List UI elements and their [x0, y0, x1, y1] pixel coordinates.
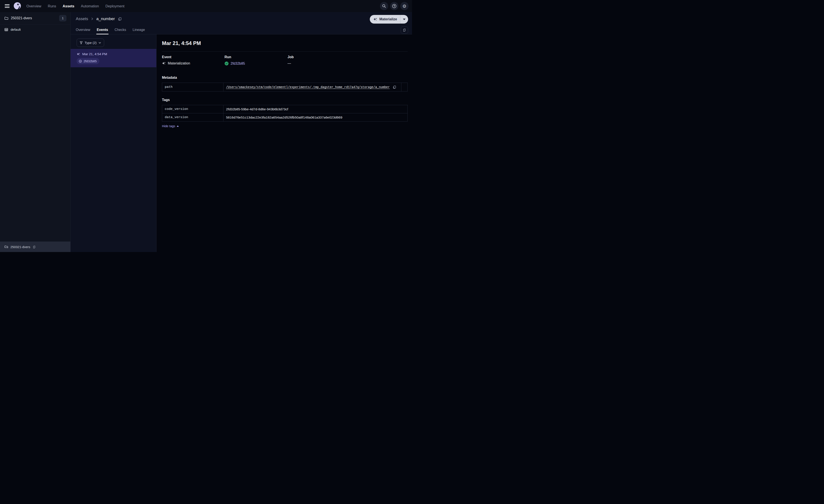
refresh-icon: [403, 28, 406, 32]
reload-icon[interactable]: [32, 245, 36, 249]
event-column: Event Materialization: [162, 55, 224, 66]
hamburger-menu-icon[interactable]: [5, 4, 9, 8]
materialize-split-button: Materialize: [370, 15, 408, 24]
sidebar-footer-label: 250321-dvers: [10, 245, 30, 249]
detail-divider: [162, 51, 408, 52]
tags-table: code_version 2fd32b85-59be-4d7d-8d6e-943…: [162, 105, 408, 122]
run-column: Run 2fd32b85: [224, 55, 288, 66]
tab-overview[interactable]: Overview: [76, 25, 90, 34]
materialize-sparkle-icon: [373, 17, 377, 21]
sidebar-item-default[interactable]: default: [0, 24, 70, 35]
tag-value-cell: 5816d76e51c13dac22e3fa182a654aa2d526fb50…: [223, 113, 407, 121]
event-item-run-pill[interactable]: 2fd32b85: [77, 58, 99, 64]
sidebar-item-label: default: [11, 28, 21, 31]
run-value: 2fd32b85: [224, 61, 288, 66]
breadcrumb-assets-link[interactable]: Assets: [76, 16, 88, 21]
materialization-sparkle-icon: [162, 61, 166, 65]
hide-tags-label: Hide tags: [162, 124, 175, 128]
sidebar-footer-code-location[interactable]: 250321-dvers: [0, 242, 70, 252]
nav-item-deployment[interactable]: Deployment: [105, 4, 124, 8]
sidebar-group-count-badge: 1: [59, 15, 67, 21]
dropdown-caret-icon: [403, 19, 406, 20]
copy-asset-name-button[interactable]: [118, 17, 122, 21]
hide-tags-link[interactable]: Hide tags: [162, 124, 179, 128]
metadata-key-cell: path: [162, 83, 223, 91]
chevron-down-icon: [98, 41, 101, 44]
materialize-button-label: Materialize: [379, 17, 397, 21]
asset-group-icon: [4, 28, 8, 31]
type-filter-button[interactable]: Type (2): [77, 38, 104, 47]
folder-icon: [4, 16, 8, 20]
job-value: —: [288, 61, 408, 65]
refresh-button[interactable]: [401, 26, 408, 34]
dagster-logo[interactable]: [13, 1, 22, 11]
event-item-run-row: 2fd32b85: [77, 58, 153, 64]
run-success-icon: [224, 61, 229, 66]
nav-item-runs[interactable]: Runs: [48, 4, 56, 8]
metadata-table-end-cell: [401, 83, 407, 91]
sidebar-group-row[interactable]: 250321-dvers 1: [0, 12, 70, 24]
page-header: Assets a_number Materialize Overview Eve…: [71, 12, 412, 34]
event-type-label: Materialization: [168, 61, 190, 65]
help-icon: [392, 4, 397, 8]
primary-nav: Overview Runs Assets Automation Deployme…: [26, 4, 124, 8]
nav-item-assets[interactable]: Assets: [63, 4, 74, 8]
nav-actions: ⚙: [380, 2, 409, 10]
search-icon: [382, 4, 386, 8]
tag-key-cell: code_version: [162, 105, 223, 113]
run-target-icon: [79, 59, 82, 63]
event-item-header: Mar 21, 4:54 PM: [77, 52, 153, 56]
asset-sidebar: 250321-dvers 1 default 250321-dvers: [0, 12, 71, 252]
materialize-button[interactable]: Materialize: [370, 15, 400, 24]
job-column: Job —: [288, 55, 408, 66]
tag-row-data-version: data_version 5816d76e51c13dac22e3fa182a6…: [162, 113, 407, 121]
event-detail-pane: Mar 21, 4:54 PM Event Materialization Ru…: [157, 34, 412, 252]
settings-button[interactable]: ⚙: [400, 2, 409, 10]
breadcrumb-chevron-icon: [91, 17, 94, 20]
copy-icon: [393, 85, 396, 89]
metadata-heading: Metadata: [162, 76, 408, 80]
run-id-link[interactable]: 2fd32b85: [230, 61, 245, 66]
materialization-sparkle-icon: [77, 52, 80, 56]
gear-icon: ⚙: [403, 4, 407, 8]
event-summary-columns: Event Materialization Run 2fd32b85 Job —: [162, 55, 408, 66]
asset-tabs: Overview Events Checks Lineage: [71, 25, 412, 34]
copy-path-button[interactable]: [393, 85, 396, 89]
filter-funnel-icon: [80, 41, 83, 44]
tag-key-cell: data_version: [162, 113, 223, 121]
nav-item-automation[interactable]: Automation: [81, 4, 99, 8]
events-list-panel: Type (2) Mar 21, 4:54 PM 2fd32b85: [71, 34, 157, 252]
tag-value-cell: 2fd32b85-59be-4d7d-8d6e-943b6b3d73cf: [223, 105, 407, 113]
caret-up-icon: [177, 125, 179, 127]
event-item-timestamp: Mar 21, 4:54 PM: [82, 52, 107, 56]
tab-events[interactable]: Events: [97, 25, 108, 34]
app-root: Overview Runs Assets Automation Deployme…: [0, 0, 412, 252]
search-button[interactable]: [380, 2, 388, 10]
event-detail-title: Mar 21, 4:54 PM: [162, 40, 408, 46]
tags-heading: Tags: [162, 98, 408, 102]
job-column-label: Job: [288, 55, 408, 59]
help-button[interactable]: [390, 2, 398, 10]
tab-checks[interactable]: Checks: [114, 25, 126, 34]
tab-lineage[interactable]: Lineage: [133, 25, 145, 34]
event-column-label: Event: [162, 55, 224, 59]
nav-item-overview[interactable]: Overview: [26, 4, 41, 8]
event-type-value: Materialization: [162, 61, 224, 65]
event-list-item-selected[interactable]: Mar 21, 4:54 PM 2fd32b85: [71, 49, 156, 67]
folder-icon: [4, 245, 8, 249]
copy-icon: [118, 17, 122, 21]
top-nav: Overview Runs Assets Automation Deployme…: [0, 0, 412, 12]
tag-row-code-version: code_version 2fd32b85-59be-4d7d-8d6e-943…: [162, 105, 407, 113]
metadata-value-cell: /Users/smackesey/stm/code/elementl/exper…: [223, 83, 401, 91]
run-column-label: Run: [224, 55, 288, 59]
page-title: a_number: [96, 16, 115, 21]
event-item-run-id: 2fd32b85: [84, 59, 97, 63]
sidebar-group-label: 250321-dvers: [11, 16, 32, 20]
type-filter-label: Type (2): [85, 41, 97, 44]
metadata-path-link[interactable]: /Users/smackesey/stm/code/elementl/exper…: [226, 86, 390, 89]
breadcrumb: Assets a_number: [71, 12, 412, 25]
metadata-table: path /Users/smackesey/stm/code/elementl/…: [162, 83, 408, 92]
